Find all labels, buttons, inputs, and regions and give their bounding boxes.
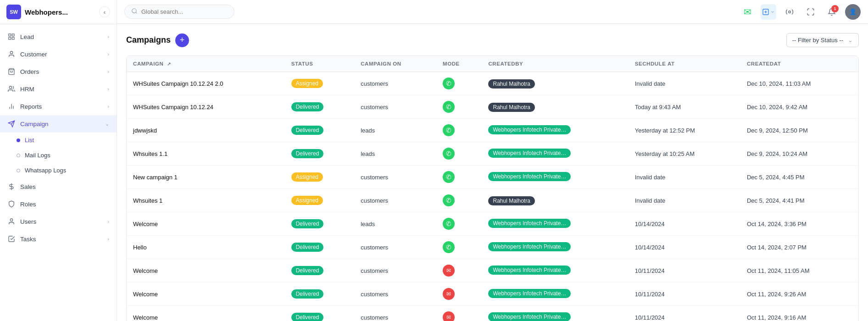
campaign-mode: ✆: [436, 212, 482, 236]
sidebar-item-mail-logs[interactable]: Mail Logs: [0, 148, 117, 163]
col-createdby: CREATEDBY: [482, 56, 628, 72]
sidebar-item-hrm[interactable]: HRM ›: [0, 80, 117, 98]
page-title-row: Campaigns +: [126, 33, 189, 47]
sidebar-item-whatsapp-logs[interactable]: Whatsapp Logs: [0, 163, 117, 178]
campaign-icon: [7, 120, 16, 128]
search-box[interactable]: [124, 5, 234, 19]
mail-logs-dot: [17, 154, 20, 157]
campaigns-table: CAMPAIGN ↗ STATUS CAMPAIGN ON MODE CREAT…: [126, 55, 859, 321]
sidebar-collapse-button[interactable]: ‹: [99, 6, 110, 17]
logo-icon: SW: [6, 5, 21, 19]
lead-label: Lead: [20, 33, 34, 40]
svg-point-6: [9, 86, 11, 89]
notification-button[interactable]: 1: [824, 4, 840, 20]
campaign-status: Assigned: [285, 72, 354, 95]
table-row[interactable]: Welcome Delivered customers ✉ Webhopers …: [127, 259, 858, 282]
table-row[interactable]: Welcome Delivered customers ✉ Webhopers …: [127, 282, 858, 306]
created-by: Webhopers Infotech Private Li...: [482, 236, 628, 259]
sidebar-item-list[interactable]: List: [0, 133, 117, 148]
customer-chevron-icon: ›: [107, 51, 109, 57]
campaign-name: Welcome: [127, 259, 285, 282]
schedule-at: 10/14/2024: [629, 236, 740, 259]
table-row[interactable]: jdwwjskd Delivered leads ✆ Webhopers Inf…: [127, 119, 858, 142]
created-at: Oct 11, 2024, 9:26 AM: [740, 282, 858, 306]
user-avatar[interactable]: 👤: [845, 4, 861, 20]
sidebar-item-sales[interactable]: Sales: [0, 178, 117, 195]
schedule-at: 10/11/2024: [629, 306, 740, 321]
add-campaign-button[interactable]: +: [175, 33, 189, 47]
filter-status-button[interactable]: -- Filter by Status -- ⌄: [786, 33, 859, 47]
lead-icon: [7, 33, 16, 41]
table-row[interactable]: Welcome Delivered customers ✉ Webhopers …: [127, 306, 858, 321]
campaign-name: Welcome: [127, 306, 285, 321]
sidebar-item-campaign[interactable]: Campaign ⌄: [0, 115, 117, 133]
settings-icon[interactable]: [782, 4, 797, 20]
col-status: STATUS: [285, 56, 354, 72]
sidebar-item-orders[interactable]: Orders ›: [0, 63, 117, 80]
sidebar-item-roles[interactable]: Roles: [0, 195, 117, 213]
sidebar-item-customer[interactable]: Customer ›: [0, 45, 117, 63]
filter-chevron-icon: ⌄: [848, 37, 853, 44]
hrm-icon: [7, 85, 16, 93]
whatsapp-button[interactable]: ✉: [740, 4, 755, 20]
table-row[interactable]: New campaign 1 Assigned customers ✆ Webh…: [127, 166, 858, 189]
sidebar-item-tasks[interactable]: Tasks ›: [0, 230, 117, 248]
lead-chevron-icon: ›: [107, 34, 109, 39]
campaign-chevron-icon: ⌄: [105, 121, 109, 127]
campaign-mode: ✆: [436, 189, 482, 212]
table-row[interactable]: Hello Delivered customers ✆ Webhopers In…: [127, 236, 858, 259]
created-at: Dec 10, 2024, 9:42 AM: [740, 95, 858, 119]
customer-icon: [7, 50, 16, 58]
filter-label: -- Filter by Status --: [792, 37, 843, 44]
created-at: Oct 11, 2024, 11:05 AM: [740, 259, 858, 282]
campaign-mode: ✆: [436, 95, 482, 119]
created-by: Rahul Malhotra: [482, 72, 628, 95]
campaign-mode: ✆: [436, 236, 482, 259]
hrm-chevron-icon: ›: [107, 86, 109, 92]
search-input[interactable]: [141, 8, 228, 15]
page-title: Campaigns: [126, 35, 171, 45]
page-header: Campaigns + -- Filter by Status -- ⌄: [126, 33, 859, 47]
table-row[interactable]: Whsuites 1 Assigned customers ✆ Rahul Ma…: [127, 189, 858, 212]
created-by: Webhopers Infotech Private Li...: [482, 282, 628, 306]
fullscreen-icon[interactable]: [803, 4, 818, 20]
campaign-status: Delivered: [285, 212, 354, 236]
table-row[interactable]: Whsuites 1.1 Delivered leads ✆ Webhopers…: [127, 142, 858, 166]
customer-label: Customer: [20, 51, 47, 58]
svg-rect-1: [12, 34, 14, 36]
page-content: Campaigns + -- Filter by Status -- ⌄ CAM…: [117, 24, 868, 321]
sidebar-item-users[interactable]: Users ›: [0, 213, 117, 230]
created-at: Oct 11, 2024, 9:16 AM: [740, 306, 858, 321]
svg-point-13: [132, 9, 136, 13]
campaign-on: customers: [354, 259, 436, 282]
created-by: Rahul Malhotra: [482, 189, 628, 212]
schedule-at: Today at 9:43 AM: [629, 95, 740, 119]
schedule-at: Invalid date: [629, 166, 740, 189]
campaign-ext-icon: ↗: [167, 61, 171, 66]
campaign-name: WHSuites Campaign 10.12.24 2.0: [127, 72, 285, 95]
table-row[interactable]: WHSuites Campaign 10.12.24 Delivered cus…: [127, 95, 858, 119]
created-at: Oct 14, 2024, 2:07 PM: [740, 236, 858, 259]
table-row[interactable]: Welcome Delivered leads ✆ Webhopers Info…: [127, 212, 858, 236]
campaign-name: WHSuites Campaign 10.12.24: [127, 95, 285, 119]
sidebar-item-reports[interactable]: Reports ›: [0, 98, 117, 115]
created-by: Rahul Malhotra: [482, 95, 628, 119]
campaign-mode: ✆: [436, 119, 482, 142]
sidebar-item-lead[interactable]: Lead ›: [0, 28, 117, 45]
campaign-mode: ✆: [436, 142, 482, 166]
col-campaign: CAMPAIGN ↗: [127, 56, 285, 72]
orders-chevron-icon: ›: [107, 69, 109, 74]
add-button[interactable]: [761, 4, 776, 20]
schedule-at: 10/14/2024: [629, 212, 740, 236]
campaign-mode: ✉: [436, 306, 482, 321]
sales-icon: [7, 183, 16, 191]
users-icon: [7, 217, 16, 226]
campaign-status: Delivered: [285, 306, 354, 321]
schedule-at: Yesterday at 12:52 PM: [629, 119, 740, 142]
campaign-status: Delivered: [285, 282, 354, 306]
svg-point-18: [789, 11, 791, 13]
campaign-mode: ✉: [436, 282, 482, 306]
table-row[interactable]: WHSuites Campaign 10.12.24 2.0 Assigned …: [127, 72, 858, 95]
topbar: ✉ 1 👤: [117, 0, 868, 24]
created-at: Oct 14, 2024, 3:36 PM: [740, 212, 858, 236]
